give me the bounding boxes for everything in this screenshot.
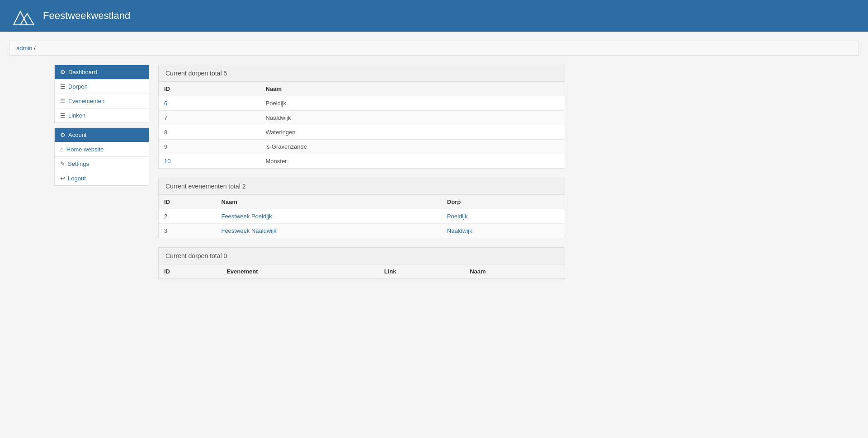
svg-text:FEESTWEEK: FEESTWEEK bbox=[11, 27, 31, 27]
dorpen-row-id: 9 bbox=[159, 140, 260, 154]
linken-col-id: ID bbox=[159, 264, 221, 279]
breadcrumb: admin / bbox=[9, 41, 859, 56]
dorpen-col-naam: Naam bbox=[260, 82, 565, 96]
app-title: Feestweekwestland bbox=[43, 10, 130, 22]
app-header: FEESTWEEK WESTLAND Feestweekwestland bbox=[0, 0, 868, 32]
dorpen-row-id[interactable]: 10 bbox=[159, 154, 260, 169]
linken-panel: Current dorpen total 0 ID Evenement Link… bbox=[158, 247, 565, 279]
dorpen-panel: Current dorpen total 5 ID Naam 6Poeldijk… bbox=[158, 65, 565, 169]
sidebar-dorpen-label: Dorpen bbox=[68, 83, 88, 90]
dorpen-panel-body: ID Naam 6Poeldijk7Naaldwijk8Wateringen9'… bbox=[159, 82, 565, 168]
dorpen-row-naam: Naaldwijk bbox=[260, 111, 565, 125]
evenementen-row-dorp[interactable]: Poeldijk bbox=[442, 209, 565, 224]
table-row: 9's-Gravenzande bbox=[159, 140, 565, 154]
list-icon bbox=[60, 83, 66, 90]
table-row: 2Feestweek PoeldijkPoeldijk bbox=[159, 209, 565, 224]
dorpen-panel-header: Current dorpen total 5 bbox=[159, 65, 565, 82]
dorpen-row-id[interactable]: 6 bbox=[159, 96, 260, 111]
evenementen-col-dorp: Dorp bbox=[442, 195, 565, 209]
evenementen-panel-header: Current evenementen total 2 bbox=[159, 178, 565, 195]
evenementen-row-naam[interactable]: Feestweek Poeldijk bbox=[216, 209, 441, 224]
sidebar-account-section: Acount Home website Settings Logout bbox=[54, 127, 149, 186]
dorpen-table: ID Naam 6Poeldijk7Naaldwijk8Wateringen9'… bbox=[159, 82, 565, 168]
sidebar-linken-label: Linken bbox=[68, 112, 85, 119]
evenementen-dorp-link[interactable]: Naaldwijk bbox=[447, 227, 472, 234]
dorpen-row-naam: Monster bbox=[260, 154, 565, 169]
sidebar-nav-section: Dashboard Dorpen Evenementen Linken bbox=[54, 65, 149, 123]
dorpen-id-link[interactable]: 10 bbox=[164, 158, 170, 165]
sidebar-home-website-label: Home website bbox=[66, 146, 104, 153]
sidebar-item-linken[interactable]: Linken bbox=[55, 108, 149, 122]
logout-icon bbox=[60, 175, 65, 182]
breadcrumb-separator: / bbox=[34, 45, 36, 52]
list-icon-3 bbox=[60, 112, 66, 119]
sidebar-account-label: Acount bbox=[68, 132, 86, 138]
gear-icon bbox=[60, 69, 66, 75]
sidebar-dashboard-label: Dashboard bbox=[68, 69, 97, 75]
evenementen-row-id: 3 bbox=[159, 224, 216, 238]
dorpen-table-header-row: ID Naam bbox=[159, 82, 565, 96]
evenementen-naam-link[interactable]: Feestweek Naaldwijk bbox=[221, 227, 276, 234]
dorpen-row-naam: Wateringen bbox=[260, 125, 565, 140]
sidebar-logout-label: Logout bbox=[68, 175, 86, 182]
table-row: 8Wateringen bbox=[159, 125, 565, 140]
table-row: 7Naaldwijk bbox=[159, 111, 565, 125]
evenementen-row-id: 2 bbox=[159, 209, 216, 224]
dorpen-row-id: 7 bbox=[159, 111, 260, 125]
sidebar-settings-label: Settings bbox=[68, 160, 89, 167]
evenementen-col-id: ID bbox=[159, 195, 216, 209]
app-logo: FEESTWEEK WESTLAND bbox=[9, 5, 36, 27]
evenementen-row-dorp[interactable]: Naaldwijk bbox=[442, 224, 565, 238]
linken-panel-header: Current dorpen total 0 bbox=[159, 248, 565, 264]
linken-table: ID Evenement Link Naam bbox=[159, 264, 565, 279]
linken-panel-body: ID Evenement Link Naam bbox=[159, 264, 565, 279]
sidebar-dashboard-header[interactable]: Dashboard bbox=[55, 65, 149, 79]
table-row: 10Monster bbox=[159, 154, 565, 169]
linken-col-link: Link bbox=[379, 264, 464, 279]
main-content: Current dorpen total 5 ID Naam 6Poeldijk… bbox=[158, 65, 565, 288]
evenementen-panel: Current evenementen total 2 ID Naam Dorp… bbox=[158, 178, 565, 238]
evenementen-naam-link[interactable]: Feestweek Poeldijk bbox=[221, 213, 272, 220]
home-icon bbox=[60, 146, 64, 153]
dorpen-row-naam: 's-Gravenzande bbox=[260, 140, 565, 154]
sidebar-account-header[interactable]: Acount bbox=[55, 128, 149, 142]
linken-table-header-row: ID Evenement Link Naam bbox=[159, 264, 565, 279]
sidebar-evenementen-label: Evenementen bbox=[68, 98, 104, 104]
sidebar-item-dorpen[interactable]: Dorpen bbox=[55, 79, 149, 94]
dorpen-id-link[interactable]: 6 bbox=[164, 100, 167, 107]
dorpen-row-id: 8 bbox=[159, 125, 260, 140]
sidebar-item-logout[interactable]: Logout bbox=[55, 171, 149, 185]
evenementen-table: ID Naam Dorp 2Feestweek PoeldijkPoeldijk… bbox=[159, 195, 565, 238]
sidebar-item-evenementen[interactable]: Evenementen bbox=[55, 94, 149, 108]
table-row: 3Feestweek NaaldwijkNaaldwijk bbox=[159, 224, 565, 238]
svg-marker-0 bbox=[14, 11, 27, 25]
linken-col-evenement: Evenement bbox=[221, 264, 379, 279]
pencil-icon bbox=[60, 160, 65, 167]
list-icon-2 bbox=[60, 98, 66, 104]
evenementen-dorp-link[interactable]: Poeldijk bbox=[447, 213, 468, 220]
linken-col-naam: Naam bbox=[464, 264, 565, 279]
table-row: 6Poeldijk bbox=[159, 96, 565, 111]
evenementen-col-naam: Naam bbox=[216, 195, 441, 209]
breadcrumb-admin-link[interactable]: admin bbox=[16, 45, 32, 52]
sidebar-item-settings[interactable]: Settings bbox=[55, 156, 149, 171]
dorpen-row-naam: Poeldijk bbox=[260, 96, 565, 111]
sidebar: Dashboard Dorpen Evenementen Linken bbox=[54, 65, 149, 190]
gear-icon-account bbox=[60, 132, 66, 138]
evenementen-panel-body: ID Naam Dorp 2Feestweek PoeldijkPoeldijk… bbox=[159, 195, 565, 238]
evenementen-table-header-row: ID Naam Dorp bbox=[159, 195, 565, 209]
dorpen-col-id: ID bbox=[159, 82, 260, 96]
evenementen-row-naam[interactable]: Feestweek Naaldwijk bbox=[216, 224, 441, 238]
sidebar-item-home-website[interactable]: Home website bbox=[55, 142, 149, 156]
